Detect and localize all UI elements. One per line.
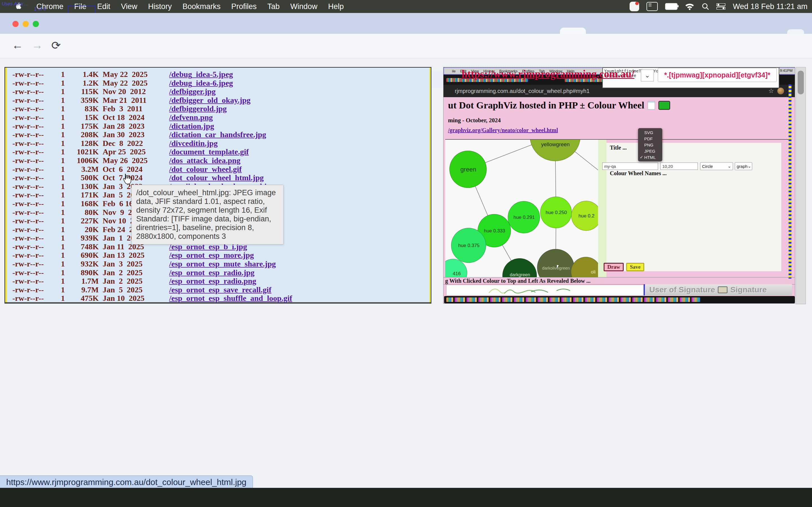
file-size: 128K bbox=[69, 139, 99, 148]
keyboard-icon[interactable] bbox=[647, 2, 658, 11]
file-link[interactable]: /esp_ornot_esp_radio.jpg bbox=[169, 268, 255, 277]
battery-icon[interactable] bbox=[665, 3, 677, 10]
file-permissions: -rw-r--r-- bbox=[12, 285, 61, 294]
file-link-count: 1 bbox=[61, 233, 69, 242]
file-date: May 22 2025 bbox=[103, 70, 163, 79]
check-icon: ✓ bbox=[640, 155, 644, 160]
file-row: -rw-r--r-- 1 9.7M Jan 5 2025 /esp_ornot_… bbox=[12, 285, 431, 294]
menubar-app-icon[interactable] bbox=[629, 2, 639, 11]
format-dropdown-option[interactable]: PDF bbox=[638, 135, 662, 142]
title-input[interactable] bbox=[602, 163, 658, 170]
preview-scrollbar[interactable] bbox=[796, 67, 806, 304]
file-row: -rw-r--r-- 1 83K Feb 3 2011 /defbiggerol… bbox=[12, 104, 431, 113]
file-link[interactable]: /esp_ornot_esp_radio.png bbox=[169, 277, 256, 286]
menu-bar-clock[interactable]: Wed 18 Feb 11:21 am bbox=[733, 2, 808, 11]
format-dropdown-option[interactable]: JPEG bbox=[638, 148, 662, 154]
file-permissions: -rw-r--r-- bbox=[12, 294, 61, 303]
file-link[interactable]: /dot_colour_wheel.gif bbox=[169, 165, 242, 174]
file-link[interactable]: /esp_ornot_esp_shuffle_and_loop.gif bbox=[169, 294, 292, 303]
file-date: Feb 3 2011 bbox=[103, 104, 163, 113]
file-size: 208K bbox=[69, 130, 99, 139]
file-link[interactable]: /defbiggerold.jpg bbox=[169, 104, 227, 113]
file-permissions: -rw-r--r-- bbox=[12, 260, 61, 269]
menu-bar-item[interactable]: Profiles bbox=[226, 2, 262, 11]
file-link-count: 1 bbox=[61, 113, 69, 122]
inner-overlay-badge: *.[tjpmwag][xpnopaid][etgvf34]* bbox=[658, 68, 777, 82]
signature-canvas[interactable] bbox=[446, 285, 644, 295]
wifi-icon[interactable] bbox=[685, 3, 695, 10]
file-link[interactable]: /dictation.jpg bbox=[169, 122, 214, 131]
draw-button[interactable]: Draw bbox=[604, 263, 624, 271]
file-link-count: 1 bbox=[61, 87, 69, 96]
forward-button[interactable]: → bbox=[32, 39, 43, 52]
file-size: 1.4K bbox=[69, 70, 99, 79]
file-size: 168K bbox=[69, 199, 99, 208]
back-button[interactable]: ← bbox=[12, 39, 23, 52]
menu-bar-item[interactable]: History bbox=[143, 2, 177, 11]
file-size: 15K bbox=[69, 113, 99, 122]
inner-menu-item: ile bbox=[452, 69, 456, 73]
file-link[interactable]: /defbigger_old_okay.jpg bbox=[169, 96, 251, 105]
file-link-count: 1 bbox=[61, 130, 69, 139]
page-green-column bbox=[598, 140, 606, 277]
file-link[interactable]: /esp_ornot_esp_save_recall.gif bbox=[169, 285, 271, 294]
file-permissions: -rw-r--r-- bbox=[12, 156, 61, 165]
file-link[interactable]: /debug_idea-6.jpeg bbox=[169, 78, 233, 88]
scrollbar-thumb[interactable] bbox=[798, 71, 804, 94]
format-dropdown-option[interactable]: PNG bbox=[638, 142, 662, 148]
menu-bar-item[interactable]: View bbox=[116, 2, 143, 11]
file-permissions: -rw-r--r-- bbox=[12, 251, 61, 260]
menu-bar-item[interactable]: Tab bbox=[262, 2, 285, 11]
control-center-icon[interactable] bbox=[716, 3, 725, 10]
file-row: -rw-r--r-- 1 128K Dec 8 2022 /divceditin… bbox=[12, 139, 431, 148]
file-link[interactable]: /dos_attack_idea.png bbox=[169, 156, 241, 165]
file-link[interactable]: /defvenn.png bbox=[169, 113, 213, 122]
file-link-count: 1 bbox=[61, 199, 69, 208]
file-link[interactable]: /dot_colour_wheel_html.jpg bbox=[169, 173, 264, 182]
file-link-count: 1 bbox=[61, 122, 69, 131]
wheel-node-label: yellowgreen bbox=[541, 142, 569, 148]
file-row: -rw-r--r-- 1 890K Jan 2 2025 /esp_ornot_… bbox=[12, 268, 431, 277]
file-date: Dec 8 2022 bbox=[103, 139, 163, 148]
file-link-count: 1 bbox=[61, 182, 69, 191]
spotlight-search-icon[interactable] bbox=[702, 3, 709, 10]
menu-bar-item[interactable]: Help bbox=[323, 2, 349, 11]
file-link[interactable]: /esp_ornot_esp_mute_share.jpg bbox=[169, 260, 276, 269]
menu-bar-item[interactable]: Bookmarks bbox=[177, 2, 226, 11]
file-size: 1006K bbox=[69, 156, 99, 165]
file-date: Mar 21 2011 bbox=[103, 96, 163, 105]
wheel-node: hue 0.250 bbox=[540, 196, 572, 228]
window-close-button[interactable] bbox=[12, 21, 18, 27]
desktop-strip: ☺ N 1 ✉ bbox=[0, 488, 812, 507]
wheel-node-label: 416 bbox=[453, 271, 461, 277]
menu-bar-item[interactable]: Window bbox=[285, 2, 323, 11]
embedded-image-preview: ileEditViewHistoryBookmarksProfilesTabWi… bbox=[443, 67, 795, 304]
file-link[interactable]: /document_template.gif bbox=[169, 147, 249, 156]
file-link[interactable]: /divceditin.jpg bbox=[169, 139, 218, 148]
wheel-node-label: darkgreen bbox=[510, 272, 530, 277]
ghost-artifact-text-2: 1 of 6 bbox=[34, 6, 46, 12]
file-size: 83K bbox=[69, 104, 99, 113]
size-input[interactable] bbox=[660, 163, 698, 170]
format-dropdown-option[interactable]: SVG bbox=[638, 129, 662, 135]
reload-button[interactable]: ⟳ bbox=[51, 39, 61, 52]
format-dropdown-option[interactable]: ✓ HTML bbox=[638, 154, 662, 160]
file-permissions: -rw-r--r-- bbox=[12, 182, 61, 191]
file-date: Jan 13 2025 bbox=[103, 251, 163, 260]
mode-select[interactable]: graph⌄ bbox=[735, 162, 752, 170]
save-button[interactable]: Save bbox=[626, 263, 644, 271]
window-zoom-button[interactable] bbox=[33, 21, 39, 27]
file-link[interactable]: /dictation_car_handsfree.jpg bbox=[169, 130, 266, 139]
wheel-node: hue 0.2 bbox=[571, 201, 598, 231]
file-size: 20K bbox=[69, 225, 99, 234]
file-link[interactable]: /defbigger.jpg bbox=[169, 87, 216, 96]
hand-cursor-icon bbox=[121, 173, 133, 186]
file-link[interactable]: /debug_idea-5.jpeg bbox=[169, 70, 233, 79]
window-minimize-button[interactable] bbox=[22, 21, 29, 27]
menu-bar-item[interactable]: Edit bbox=[92, 2, 116, 11]
wheel-node-label: hue 0.375 bbox=[458, 243, 479, 248]
shape-select[interactable]: Circle⌄ bbox=[700, 162, 733, 170]
monitor-icon bbox=[658, 101, 670, 110]
wheel-node-label: oli bbox=[591, 269, 596, 275]
file-link[interactable]: /esp_ornot_esp_more.jpg bbox=[169, 251, 254, 260]
